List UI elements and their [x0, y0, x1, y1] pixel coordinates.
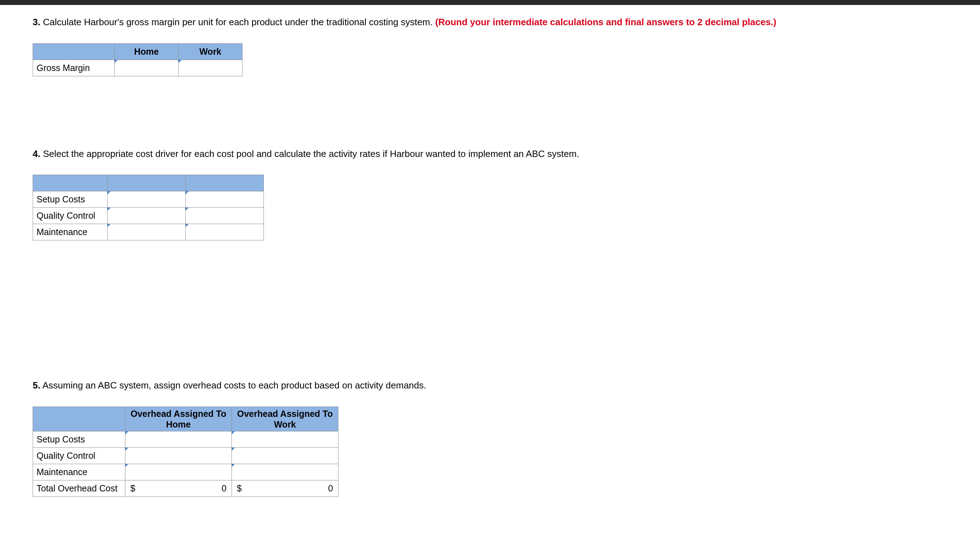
input-marker-icon: [115, 60, 118, 63]
table3-home-header: Home: [115, 43, 178, 60]
input-marker-icon: [107, 191, 111, 195]
overhead-assigned-table: Overhead Assigned To Home Overhead Assig…: [33, 407, 338, 497]
table5-maintenance-work-input[interactable]: [232, 464, 338, 480]
table3-home-input[interactable]: [115, 60, 178, 76]
question-3-text: 3. Calculate Harbour's gross margin per …: [33, 16, 947, 29]
total-work-value: 0: [328, 483, 333, 493]
table3-row-gross-margin: Gross Margin: [33, 60, 115, 76]
input-marker-icon: [232, 431, 235, 435]
page-content: 3. Calculate Harbour's gross margin per …: [0, 5, 980, 515]
question-3-number: 3.: [33, 17, 40, 27]
question-5-number: 5.: [33, 380, 40, 391]
input-marker-icon: [232, 464, 235, 467]
currency-symbol: $: [237, 483, 242, 493]
table4-row-quality: Quality Control: [33, 208, 108, 224]
question-4-section: 4. Select the appropriate cost driver fo…: [33, 147, 947, 241]
table5-total-work: $ 0: [232, 480, 338, 497]
input-marker-icon: [178, 60, 182, 63]
question-3-instruction: (Round your intermediate calculations an…: [435, 17, 776, 27]
table5-setup-work-input[interactable]: [232, 431, 338, 448]
table4-maintenance-rate-input[interactable]: [186, 224, 264, 240]
table4-quality-rate-input[interactable]: [186, 208, 264, 224]
question-3-section: 3. Calculate Harbour's gross margin per …: [33, 16, 947, 76]
input-marker-icon: [125, 464, 129, 467]
input-marker-icon: [125, 447, 129, 451]
table4-setup-rate-input[interactable]: [186, 191, 264, 208]
table5-row-total: Total Overhead Cost: [33, 480, 125, 497]
table5-blank-header: [33, 407, 125, 431]
question-5-section: 5. Assuming an ABC system, assign overhe…: [33, 379, 947, 497]
table4-blank-header: [33, 175, 108, 191]
table5-row-quality: Quality Control: [33, 448, 125, 464]
question-5-body: Assuming an ABC system, assign overhead …: [42, 380, 426, 391]
gross-margin-table: Home Work Gross Margin: [33, 43, 242, 76]
input-marker-icon: [185, 207, 189, 211]
question-4-text: 4. Select the appropriate cost driver fo…: [33, 147, 947, 161]
table4-driver-header: [108, 175, 186, 191]
input-marker-icon: [125, 431, 129, 435]
table5-total-home: $ 0: [125, 480, 232, 497]
table4-setup-driver-input[interactable]: [108, 191, 186, 208]
table4-rate-header: [186, 175, 264, 191]
table5-home-header: Overhead Assigned To Home: [125, 407, 232, 431]
input-marker-icon: [232, 447, 235, 451]
table3-work-input[interactable]: [178, 60, 242, 76]
table3-blank-header: [33, 43, 115, 60]
question-5-text: 5. Assuming an ABC system, assign overhe…: [33, 379, 947, 392]
input-marker-icon: [185, 224, 189, 227]
table5-setup-home-input[interactable]: [125, 431, 232, 448]
table5-row-maintenance: Maintenance: [33, 464, 125, 480]
window-top-bar: [0, 0, 980, 5]
table5-quality-work-input[interactable]: [232, 448, 338, 464]
table5-work-header: Overhead Assigned To Work: [232, 407, 338, 431]
table4-row-maintenance: Maintenance: [33, 224, 108, 240]
input-marker-icon: [107, 224, 111, 227]
input-marker-icon: [185, 191, 189, 195]
currency-symbol: $: [130, 483, 135, 493]
question-4-body: Select the appropriate cost driver for e…: [43, 148, 579, 159]
table3-work-header: Work: [178, 43, 242, 60]
question-3-body: Calculate Harbour's gross margin per uni…: [43, 17, 433, 27]
question-4-number: 4.: [33, 148, 40, 159]
table4-maintenance-driver-input[interactable]: [108, 224, 186, 240]
input-marker-icon: [107, 207, 111, 211]
activity-rates-table: Setup Costs Quality Control Maintenance: [33, 175, 264, 240]
table4-row-setup: Setup Costs: [33, 191, 108, 208]
table4-quality-driver-input[interactable]: [108, 208, 186, 224]
table5-row-setup: Setup Costs: [33, 431, 125, 448]
total-home-value: 0: [221, 483, 226, 493]
table5-maintenance-home-input[interactable]: [125, 464, 232, 480]
table5-quality-home-input[interactable]: [125, 448, 232, 464]
